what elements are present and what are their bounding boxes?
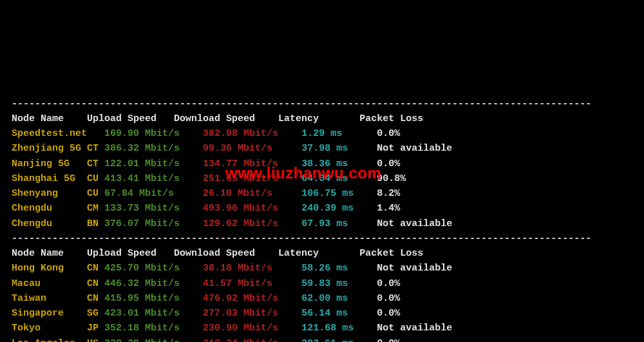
packet-loss: 0.0% <box>377 293 400 304</box>
latency-value: 37.98 <box>301 143 330 154</box>
node-name: Shenyang <box>12 188 87 199</box>
download-unit: Mbit/s <box>238 308 278 319</box>
latency-value: 64.04 <box>301 173 330 184</box>
header-loss: Packet Loss <box>359 248 423 259</box>
upload-unit: Mbit/s <box>139 338 180 343</box>
download-unit: Mbit/s <box>232 278 272 289</box>
download-value: 218.24 <box>203 338 238 343</box>
packet-loss: 0.0% <box>377 338 400 343</box>
header-loss: Packet Loss <box>359 113 423 124</box>
download-unit: Mbit/s <box>238 293 278 304</box>
node-tag: JP <box>87 323 104 334</box>
table-row: Chengdu CM 133.73 Mbit/s 493.96 Mbit/s 2… <box>12 201 632 216</box>
header-latency: Latency <box>278 248 359 259</box>
latency-unit: ms <box>330 263 348 274</box>
upload-value: 413.41 <box>104 173 139 184</box>
download-unit: Mbit/s <box>238 203 278 214</box>
table-row: Singapore SG 423.01 Mbit/s 277.03 Mbit/s… <box>12 306 632 321</box>
upload-value: 122.01 <box>104 158 139 169</box>
download-value: 41.57 <box>203 278 232 289</box>
node-name: Hong Kong <box>12 263 87 274</box>
node-tag: SG <box>87 308 104 319</box>
latency-unit: ms <box>330 143 348 154</box>
latency-unit: ms <box>336 188 354 199</box>
upload-unit: Mbit/s <box>139 278 180 289</box>
upload-unit: Mbit/s <box>139 308 180 319</box>
packet-loss: Not available <box>377 143 452 154</box>
download-value: 251.65 <box>203 173 238 184</box>
download-value: 99.36 <box>203 143 232 154</box>
table-row: Taiwan CN 415.95 Mbit/s 476.92 Mbit/s 62… <box>12 291 632 306</box>
table-row: Shenyang CU 67.84 Mbit/s 26.10 Mbit/s 10… <box>12 186 632 201</box>
latency-value: 106.75 <box>301 188 336 199</box>
packet-loss: 0.0% <box>377 128 400 139</box>
header-download: Download Speed <box>174 113 278 124</box>
node-name: Macau <box>12 278 87 289</box>
upload-unit: Mbit/s <box>139 203 180 214</box>
download-unit: Mbit/s <box>232 143 272 154</box>
download-value: 476.92 <box>203 293 238 304</box>
terminal-output: ----------------------------------------… <box>12 97 632 343</box>
upload-value: 228.38 <box>104 338 139 343</box>
latency-unit: ms <box>330 173 348 184</box>
table-row: Zhenjiang 5G CT 386.32 Mbit/s 99.36 Mbit… <box>12 141 632 156</box>
upload-unit: Mbit/s <box>133 188 174 199</box>
latency-value: 121.68 <box>301 323 336 334</box>
upload-value: 446.32 <box>104 278 139 289</box>
packet-loss: Not available <box>377 263 452 274</box>
node-tag: BN <box>87 218 104 229</box>
node-tag: CN <box>87 278 104 289</box>
download-unit: Mbit/s <box>238 158 278 169</box>
download-value: 277.03 <box>203 308 238 319</box>
upload-unit: Mbit/s <box>139 293 180 304</box>
download-value: 26.10 <box>203 188 232 199</box>
packet-loss: 0.0% <box>377 308 400 319</box>
latency-value: 59.83 <box>301 278 330 289</box>
table-row: Hong Kong CN 425.70 Mbit/s 38.18 Mbit/s … <box>12 261 632 276</box>
table-row: Los Angeles US 228.38 Mbit/s 218.24 Mbit… <box>12 336 632 343</box>
latency-value: 58.26 <box>301 263 330 274</box>
download-value: 230.90 <box>203 323 238 334</box>
upload-unit: Mbit/s <box>139 323 180 334</box>
node-tag: CN <box>87 293 104 304</box>
node-name: Taiwan <box>12 293 87 304</box>
packet-loss: 8.2% <box>377 188 400 199</box>
table-row: Chengdu BN 376.07 Mbit/s 129.62 Mbit/s 6… <box>12 216 632 231</box>
upload-unit: Mbit/s <box>139 143 180 154</box>
packet-loss: Not available <box>377 323 452 334</box>
table-row: Macau CN 446.32 Mbit/s 41.57 Mbit/s 59.8… <box>12 276 632 291</box>
header-row: Node Name Upload Speed Download Speed La… <box>12 246 632 261</box>
upload-unit: Mbit/s <box>139 218 180 229</box>
upload-value: 423.01 <box>104 308 139 319</box>
node-name: Los Angeles <box>12 338 87 343</box>
header-upload: Upload Speed <box>87 113 174 124</box>
separator-line: ----------------------------------------… <box>12 97 632 111</box>
download-value: 382.98 <box>203 128 238 139</box>
table-row: Nanjing 5G CT 122.01 Mbit/s 134.77 Mbit/… <box>12 157 632 171</box>
latency-value: 62.00 <box>301 293 330 304</box>
download-unit: Mbit/s <box>238 218 278 229</box>
node-name: Singapore <box>12 308 87 319</box>
upload-value: 415.95 <box>104 293 139 304</box>
upload-value: 376.07 <box>104 218 139 229</box>
upload-unit: Mbit/s <box>139 263 180 274</box>
download-unit: Mbit/s <box>238 323 278 334</box>
table-row: Tokyo JP 352.18 Mbit/s 230.90 Mbit/s 121… <box>12 321 632 336</box>
node-name: Chengdu <box>12 218 87 229</box>
download-unit: Mbit/s <box>232 263 272 274</box>
packet-loss: 0.0% <box>377 158 400 169</box>
latency-unit: ms <box>336 323 354 334</box>
header-node: Node Name <box>12 248 87 259</box>
header-node: Node Name <box>12 113 87 124</box>
node-name: Chengdu <box>12 203 87 214</box>
download-value: 38.18 <box>203 263 232 274</box>
header-upload: Upload Speed <box>87 248 174 259</box>
download-unit: Mbit/s <box>238 128 278 139</box>
upload-value: 352.18 <box>104 323 139 334</box>
latency-value: 1.29 <box>301 128 325 139</box>
upload-value: 133.73 <box>104 203 139 214</box>
latency-unit: ms <box>330 293 348 304</box>
node-tag: CU <box>87 188 104 199</box>
latency-value: 67.93 <box>301 218 330 229</box>
upload-unit: Mbit/s <box>139 173 180 184</box>
